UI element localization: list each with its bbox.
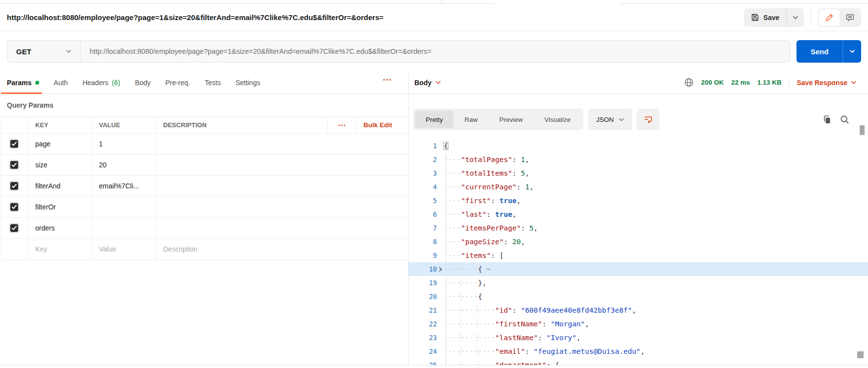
- url-box: GET http://localhost:8080/employee/page?…: [7, 40, 791, 63]
- save-options-button[interactable]: [786, 8, 804, 27]
- response-body-dropdown[interactable]: Body: [414, 79, 432, 87]
- line-number: 5: [409, 194, 437, 207]
- line-number: 1: [409, 139, 437, 153]
- token-key: "id": [495, 306, 512, 314]
- fold-gap: [437, 153, 444, 166]
- tab-headers[interactable]: Headers(6): [82, 71, 120, 93]
- edit-request-button[interactable]: [819, 9, 840, 26]
- code-text: ····"totalPages": 1,: [444, 153, 530, 166]
- vertical-scrollbar-thumb[interactable]: [860, 125, 865, 135]
- method-select[interactable]: GET: [7, 41, 81, 62]
- row-checkbox[interactable]: [10, 224, 19, 232]
- description-cell[interactable]: [156, 155, 408, 175]
- tab-body[interactable]: Body: [135, 71, 150, 93]
- code-text: ············"id": "600f49aee40e8fd42bbf3…: [444, 303, 636, 317]
- code-line-10[interactable]: 10········{ ⋯: [409, 262, 868, 276]
- tab-settings[interactable]: Settings: [236, 71, 261, 93]
- description-cell[interactable]: [156, 218, 408, 238]
- key-cell[interactable]: Key: [28, 239, 92, 259]
- whitespace-dots: ····: [444, 334, 461, 342]
- code-line-21: 21············"id": "600f49aee40e8fd42bb…: [409, 303, 868, 317]
- value-cell[interactable]: 20: [92, 155, 156, 175]
- save-response-button[interactable]: Save Response: [797, 79, 857, 87]
- code-text: ····"last": true,: [444, 207, 516, 221]
- row-checkbox[interactable]: [10, 182, 19, 190]
- key-cell[interactable]: orders: [28, 218, 92, 238]
- response-header: Body 200 OK 22 ms 1.13 KB Save Response: [409, 71, 868, 94]
- send-button[interactable]: Send: [796, 40, 843, 63]
- globe-icon[interactable]: [684, 78, 694, 87]
- value-cell[interactable]: [92, 197, 156, 217]
- tab-label: Settings: [236, 79, 261, 87]
- fold-gap: [437, 180, 444, 194]
- browser-tab-strip: [0, 0, 868, 4]
- tab-tests[interactable]: Tests: [205, 71, 221, 93]
- view-tab-pretty[interactable]: Pretty: [415, 111, 454, 128]
- view-tab-visualize[interactable]: Visualize: [533, 111, 581, 128]
- token-key: "totalPages": [461, 156, 512, 163]
- value-cell[interactable]: email%7Cli...: [92, 176, 156, 196]
- fold-gap: [437, 345, 444, 358]
- checkbox-cell: [0, 239, 28, 259]
- value-cell[interactable]: 1: [92, 134, 156, 154]
- request-tabs: ParamsAuthHeaders(6)BodyPre-req.TestsSet…: [0, 71, 408, 94]
- tab-label: Body: [135, 79, 150, 87]
- description-cell[interactable]: [156, 176, 408, 196]
- params-more-options-icon[interactable]: [327, 117, 356, 133]
- tab-prereq[interactable]: Pre-req.: [165, 71, 190, 93]
- copy-icon[interactable]: [822, 115, 831, 124]
- description-cell[interactable]: [156, 197, 408, 217]
- fold-gap: [437, 166, 444, 180]
- whitespace-dots: ····: [444, 347, 461, 355]
- token-fold: ⋯: [486, 265, 491, 273]
- whitespace-dots: ····: [444, 320, 461, 328]
- code-text: ····"totalItems": 5,: [444, 166, 530, 180]
- key-cell[interactable]: filterOr: [28, 197, 92, 217]
- key-cell[interactable]: page: [28, 134, 92, 154]
- description-cell[interactable]: Description: [156, 239, 408, 259]
- row-checkbox[interactable]: [10, 139, 19, 148]
- tab-auth[interactable]: Auth: [54, 71, 68, 93]
- bulk-edit-button[interactable]: Bulk Edit: [356, 117, 408, 133]
- whitespace-dots: ····: [444, 265, 461, 273]
- value-cell[interactable]: Value: [92, 239, 156, 259]
- line-number: 4: [409, 180, 437, 194]
- tab-label: Tests: [205, 79, 221, 87]
- description-cell[interactable]: [156, 134, 408, 154]
- value-cell[interactable]: [92, 218, 156, 238]
- row-checkbox[interactable]: [10, 203, 19, 211]
- scrollbar-corner-thumb[interactable]: [857, 351, 864, 358]
- request-url-row: GET http://localhost:8080/employee/page?…: [0, 31, 868, 71]
- whitespace-dots: ····: [460, 347, 478, 355]
- comment-button[interactable]: [840, 9, 860, 26]
- wrap-lines-button[interactable]: [637, 109, 659, 130]
- key-cell[interactable]: filterAnd: [28, 176, 92, 196]
- status-divider: [789, 78, 790, 88]
- code-line-20: 20········{: [409, 290, 868, 303]
- fold-gap: [437, 331, 444, 345]
- token-punc: :: [504, 238, 512, 246]
- format-select[interactable]: JSON: [588, 109, 632, 130]
- token-punc: :: [512, 306, 521, 314]
- fold-gap: [437, 358, 444, 365]
- token-punc: ,: [525, 169, 530, 177]
- more-request-options-icon[interactable]: [383, 78, 391, 81]
- whitespace-dots: ····: [460, 334, 478, 342]
- view-tab-raw[interactable]: Raw: [454, 111, 488, 128]
- token-key: "department": [495, 361, 547, 365]
- save-button[interactable]: Save: [744, 8, 786, 27]
- url-input[interactable]: http://localhost:8080/employee/page?page…: [81, 47, 790, 55]
- search-icon[interactable]: [840, 115, 849, 124]
- view-tab-preview[interactable]: Preview: [488, 111, 533, 128]
- send-options-button[interactable]: [843, 40, 861, 63]
- token-bool: true: [500, 197, 517, 205]
- row-checkbox[interactable]: [10, 161, 19, 169]
- fold-toggle-icon[interactable]: [437, 262, 444, 276]
- whitespace-dots: ····: [478, 347, 495, 355]
- tab-params[interactable]: Params: [7, 71, 39, 93]
- chevron-down-icon[interactable]: [435, 81, 441, 84]
- key-cell[interactable]: size: [28, 155, 92, 175]
- token-key: "items": [461, 252, 491, 259]
- pencil-icon: [825, 13, 834, 22]
- token-punc: :: [525, 347, 533, 355]
